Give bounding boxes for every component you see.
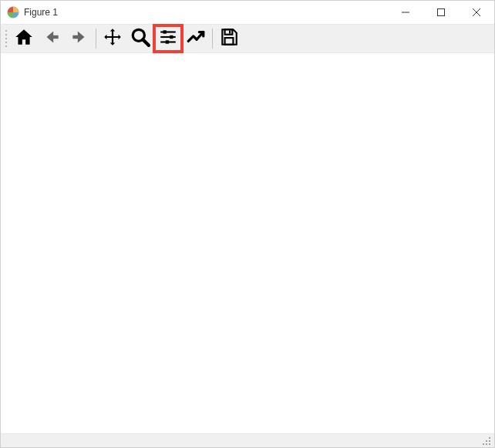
svg-rect-8 <box>163 30 167 33</box>
move-icon <box>103 27 123 50</box>
arrow-right-icon <box>69 27 89 50</box>
zoom-button[interactable] <box>126 25 154 52</box>
minimize-button[interactable] <box>388 1 423 24</box>
zoom-icon <box>130 27 150 50</box>
pan-button[interactable] <box>99 25 126 52</box>
save-button[interactable] <box>215 25 243 52</box>
app-icon <box>7 6 19 19</box>
svg-rect-13 <box>225 29 233 35</box>
home-button[interactable] <box>10 25 38 52</box>
separator <box>212 29 213 49</box>
maximize-button[interactable] <box>423 1 459 24</box>
back-button[interactable] <box>38 25 66 52</box>
forward-button[interactable] <box>66 25 93 52</box>
toolbar <box>1 24 494 53</box>
svg-rect-12 <box>166 40 169 43</box>
edit-parameters-button[interactable] <box>182 25 210 52</box>
statusbar <box>1 433 494 447</box>
chart-line-icon <box>186 27 206 50</box>
svg-rect-2 <box>438 9 445 16</box>
window-title: Figure 1 <box>24 7 58 18</box>
resize-grip-icon[interactable] <box>482 436 491 446</box>
separator <box>96 29 96 49</box>
svg-rect-14 <box>229 30 231 33</box>
titlebar: Figure 1 <box>1 1 494 24</box>
svg-rect-15 <box>225 38 234 45</box>
sliders-icon <box>158 27 178 50</box>
arrow-left-icon <box>42 27 62 50</box>
save-icon <box>219 27 239 50</box>
configure-subplots-button[interactable] <box>154 25 182 52</box>
toolbar-grip <box>4 28 8 49</box>
home-icon <box>14 27 34 50</box>
figure-canvas[interactable] <box>1 53 494 433</box>
svg-line-6 <box>143 39 149 45</box>
close-button[interactable] <box>459 1 494 24</box>
svg-rect-10 <box>170 35 173 39</box>
